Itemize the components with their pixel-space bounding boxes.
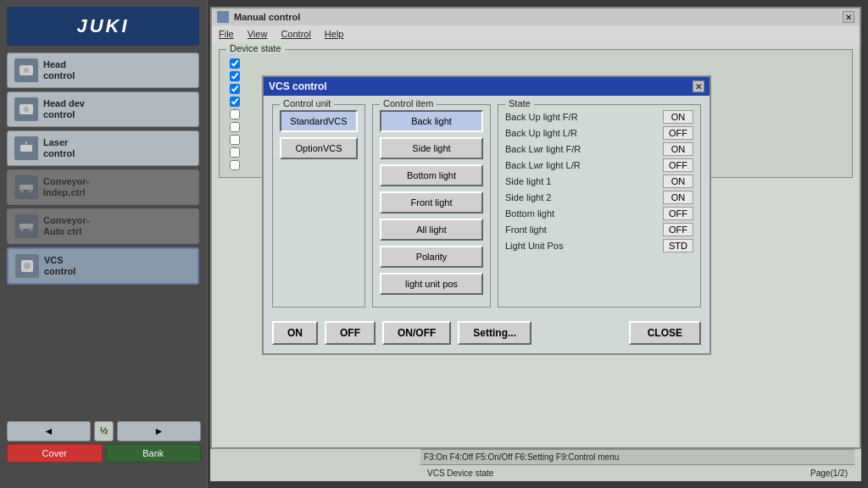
screen: Manual control ✕ File View Control Help … xyxy=(210,7,861,481)
state-label-8: Light Unit Pos xyxy=(505,241,563,251)
menu-view[interactable]: View xyxy=(248,29,268,39)
all-light-button[interactable]: All light xyxy=(380,219,483,241)
state-label-0: Back Up light F/R xyxy=(505,112,578,122)
conveyor-auto-label: Conveyor-Auto ctrl xyxy=(43,215,89,237)
nav-button-conveyor-auto[interactable]: Conveyor-Auto ctrl xyxy=(7,208,199,244)
vcs-title: VCS control xyxy=(269,80,327,92)
status-bar: VCS Device state Page(1/2) xyxy=(420,464,854,481)
control-item-group: Control item Back light Side light Botto… xyxy=(372,104,491,308)
main-close-button[interactable]: ✕ xyxy=(843,11,854,23)
vcs-close-button[interactable]: ✕ xyxy=(693,80,704,92)
polarity-button[interactable]: Polarity xyxy=(380,246,483,268)
fkey-bar: F3:On F4:Off F5:On/Off F6:Setting F9:Con… xyxy=(420,449,854,464)
head-dev-icon xyxy=(14,97,38,121)
main-titlebar: Manual control ✕ xyxy=(210,7,861,25)
half-button[interactable]: ½ xyxy=(94,421,114,441)
state-group: State Back Up light F/R ON Back Up light… xyxy=(498,104,701,308)
state-value-4: ON xyxy=(663,175,693,188)
state-label-3: Back Lwr light L/R xyxy=(505,160,581,170)
standard-vcs-button[interactable]: StandardVCS xyxy=(280,110,358,132)
state-row-5: Side light 2 ON xyxy=(505,191,693,204)
checkbox-input-1[interactable] xyxy=(230,58,240,69)
head-dev-label: Head devcontrol xyxy=(43,98,85,120)
state-row-1: Back Up light L/R OFF xyxy=(505,126,693,140)
svg-point-3 xyxy=(24,107,29,112)
juki-logo: JUKI xyxy=(7,7,199,46)
svg-point-1 xyxy=(24,68,29,73)
state-label-7: Front light xyxy=(505,225,547,235)
state-row-2: Back Lwr light F/R ON xyxy=(505,142,693,156)
head-control-label: Headcontrol xyxy=(43,59,75,81)
arrow-right-button[interactable]: ► xyxy=(117,421,201,441)
nav-button-head-dev-control[interactable]: Head devcontrol xyxy=(7,92,199,127)
vcs-titlebar: VCS control ✕ xyxy=(264,77,709,96)
state-row-6: Bottom light OFF xyxy=(505,207,693,220)
vcs-icon xyxy=(15,254,39,278)
state-label: State xyxy=(505,98,534,108)
state-row-4: Side light 1 ON xyxy=(505,175,693,188)
state-label-6: Bottom light xyxy=(505,208,554,219)
menu-file[interactable]: File xyxy=(219,29,234,39)
back-light-button[interactable]: Back light xyxy=(380,110,483,132)
state-label-4: Side light 1 xyxy=(505,176,551,186)
state-label-5: Side light 2 xyxy=(505,192,551,202)
bottom-nav: ◄ ½ ► Cover Bank xyxy=(0,421,208,463)
state-value-1: OFF xyxy=(663,126,693,140)
checkbox-input-8[interactable] xyxy=(230,147,240,158)
checkbox-input-2[interactable] xyxy=(230,71,240,81)
menu-help[interactable]: Help xyxy=(325,29,344,39)
light-unit-pos-button[interactable]: light unit pos xyxy=(380,273,483,295)
checkbox-input-9[interactable] xyxy=(230,160,240,170)
left-panel: JUKI Headcontrol Head devcontrol Laserco… xyxy=(0,0,208,488)
front-light-button[interactable]: Front light xyxy=(380,191,483,214)
state-label-2: Back Lwr light F/R xyxy=(505,144,581,154)
head-control-icon xyxy=(14,58,38,82)
side-light-button[interactable]: Side light xyxy=(380,137,483,159)
bank-button[interactable]: Bank xyxy=(106,444,202,463)
svg-point-10 xyxy=(20,228,24,231)
title-icon xyxy=(217,11,229,23)
state-value-6: OFF xyxy=(663,207,693,220)
vcs-dialog: VCS control ✕ Control unit StandardVCS O… xyxy=(262,75,711,355)
menu-bar: File View Control Help xyxy=(210,25,861,42)
vcs-label: VCScontrol xyxy=(44,255,75,277)
device-state-label: Device state xyxy=(226,43,285,53)
checkbox-input-7[interactable] xyxy=(230,135,240,145)
option-vcs-button[interactable]: OptionVCS xyxy=(280,137,358,159)
nav-button-laser-control[interactable]: Lasercontrol xyxy=(7,130,199,166)
vcs-body: Control unit StandardVCS OptionVCS Contr… xyxy=(264,96,709,316)
bottom-light-button[interactable]: Bottom light xyxy=(380,164,483,186)
off-button[interactable]: OFF xyxy=(325,321,376,345)
state-value-7: OFF xyxy=(663,223,693,236)
svg-point-13 xyxy=(24,263,31,269)
on-off-button[interactable]: ON/OFF xyxy=(382,321,451,345)
svg-point-8 xyxy=(29,189,32,192)
device-state-group: Device state VCS control ✕ xyxy=(219,49,853,178)
checkbox-input-5[interactable] xyxy=(230,109,240,119)
page-info: Page(1/2) xyxy=(810,469,848,478)
fkey-text: F3:On F4:Off F5:On/Off F6:Setting F9:Con… xyxy=(424,452,619,462)
laser-label: Lasercontrol xyxy=(43,137,75,159)
state-value-0: ON xyxy=(663,110,693,124)
checkbox-input-6[interactable] xyxy=(230,122,240,132)
checkbox-1 xyxy=(230,58,845,69)
nav-button-head-control[interactable]: Headcontrol xyxy=(7,53,199,88)
state-label-1: Back Up light L/R xyxy=(505,128,577,138)
close-button[interactable]: CLOSE xyxy=(629,321,701,345)
checkbox-input-4[interactable] xyxy=(230,97,240,107)
arrow-left-button[interactable]: ◄ xyxy=(7,421,91,441)
nav-button-conveyor-indep[interactable]: Conveyor-Indep.ctrl xyxy=(7,169,199,205)
state-value-8: STD xyxy=(663,239,693,252)
svg-rect-4 xyxy=(20,145,32,152)
nav-button-vcs-control[interactable]: VCScontrol xyxy=(7,247,199,285)
checkbox-input-3[interactable] xyxy=(230,84,240,94)
setting-button[interactable]: Setting... xyxy=(458,321,531,345)
cover-button[interactable]: Cover xyxy=(7,444,103,463)
state-row-3: Back Lwr light L/R OFF xyxy=(505,158,693,172)
control-item-label: Control item xyxy=(380,98,437,108)
svg-point-11 xyxy=(29,228,32,231)
on-button[interactable]: ON xyxy=(272,321,318,345)
conveyor-indep-label: Conveyor-Indep.ctrl xyxy=(43,176,89,198)
svg-point-7 xyxy=(20,189,24,192)
menu-control[interactable]: Control xyxy=(281,29,310,39)
